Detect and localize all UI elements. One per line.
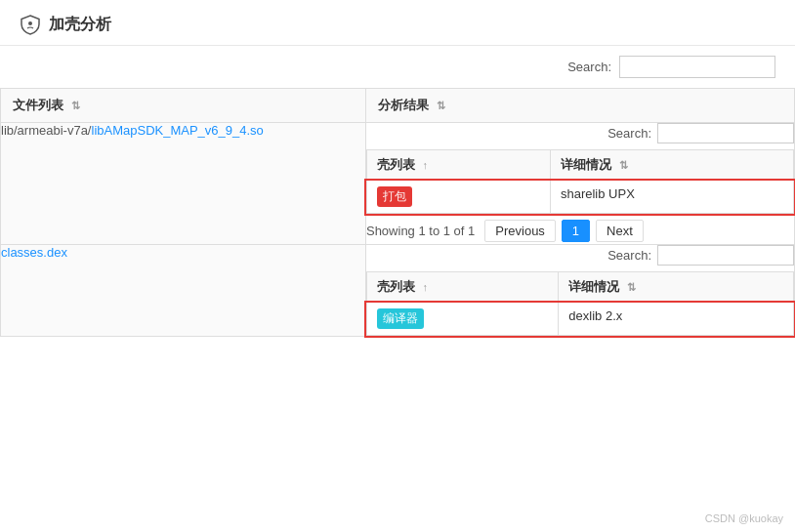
sub-col2-0: 详细情况 ⇅ bbox=[550, 150, 793, 181]
badge-cell-0-0: 打包 bbox=[366, 181, 550, 214]
inner-search-label-1: Search: bbox=[607, 248, 651, 263]
table-row-0: lib/armeabi-v7a/libAMapSDK_MAP_v6_9_4.so… bbox=[1, 123, 795, 245]
page-title: 加壳分析 bbox=[49, 15, 111, 35]
sub-col1-0: 壳列表 ↑ bbox=[366, 150, 550, 181]
sub-table-row-0-0: 打包sharelib UPX bbox=[366, 181, 793, 214]
inner-search-row-0: Search: bbox=[366, 123, 794, 143]
page-info-0: Showing 1 to 1 of 1 bbox=[366, 224, 475, 238]
watermark: CSDN @kuokay bbox=[705, 512, 783, 524]
inner-search-input-1[interactable] bbox=[657, 245, 794, 266]
sub-sort-icon1-1[interactable]: ↑ bbox=[423, 281, 429, 293]
sub-sort-icon2-1[interactable]: ⇅ bbox=[627, 281, 636, 294]
inner-search-label-0: Search: bbox=[607, 126, 651, 141]
global-search-label: Search: bbox=[567, 60, 611, 74]
analysis-cell-1: Search:壳列表 ↑详细情况 ⇅编译器dexlib 2.x bbox=[365, 245, 794, 337]
pagination-0: Showing 1 to 1 of 1Previous1Next bbox=[366, 214, 794, 244]
file-list-sort-icon[interactable]: ⇅ bbox=[71, 100, 80, 112]
sub-sort-icon2-0[interactable]: ⇅ bbox=[619, 159, 628, 172]
page-btn-0[interactable]: 1 bbox=[562, 220, 590, 242]
svg-point-0 bbox=[28, 21, 32, 25]
file-link-1[interactable]: classes.dex bbox=[1, 245, 67, 260]
file-path-highlight-1: classes.dex bbox=[1, 245, 67, 260]
badge-1-0: 编译器 bbox=[377, 308, 424, 329]
sub-table-row-1-0: 编译器dexlib 2.x bbox=[366, 303, 793, 336]
detail-cell-1-0: dexlib 2.x bbox=[559, 303, 794, 336]
file-cell-1: classes.dex bbox=[1, 245, 366, 337]
badge-0-0: 打包 bbox=[377, 186, 412, 207]
sub-table-0: 壳列表 ↑详细情况 ⇅打包sharelib UPX bbox=[366, 149, 794, 214]
file-link-0[interactable]: lib/armeabi-v7a/libAMapSDK_MAP_v6_9_4.so bbox=[1, 123, 264, 138]
prev-btn-0[interactable]: Previous bbox=[484, 220, 556, 242]
sub-table-header-0: 壳列表 ↑详细情况 ⇅ bbox=[366, 150, 793, 181]
col-analysis-result: 分析结果 ⇅ bbox=[365, 89, 794, 123]
sub-table-header-1: 壳列表 ↑详细情况 ⇅ bbox=[366, 272, 793, 303]
file-path-highlight-0: libAMapSDK_MAP_v6_9_4.so bbox=[92, 123, 264, 138]
file-path-prefix-0: lib/armeabi-v7a/ bbox=[1, 123, 92, 138]
global-search-row: Search: bbox=[0, 46, 795, 88]
sub-sort-icon1-0[interactable]: ↑ bbox=[423, 159, 429, 171]
page-container: 加壳分析 Search: 文件列表 ⇅ 分析结果 ⇅ lib/armeabi-v… bbox=[0, 0, 795, 532]
main-table: 文件列表 ⇅ 分析结果 ⇅ lib/armeabi-v7a/libAMapSDK… bbox=[0, 88, 795, 337]
sub-col1-1: 壳列表 ↑ bbox=[366, 272, 558, 303]
inner-search-row-1: Search: bbox=[366, 245, 794, 266]
detail-cell-0-0: sharelib UPX bbox=[550, 181, 793, 214]
sub-col2-1: 详细情况 ⇅ bbox=[559, 272, 794, 303]
page-header: 加壳分析 bbox=[0, 0, 795, 46]
inner-search-input-0[interactable] bbox=[657, 123, 794, 143]
global-search-input[interactable] bbox=[619, 56, 775, 78]
shield-icon bbox=[20, 14, 41, 35]
col-file-list: 文件列表 ⇅ bbox=[1, 89, 366, 123]
table-row-1: classes.dexSearch:壳列表 ↑详细情况 ⇅编译器dexlib 2… bbox=[1, 245, 795, 337]
sub-table-1: 壳列表 ↑详细情况 ⇅编译器dexlib 2.x bbox=[366, 271, 794, 336]
analysis-sort-icon[interactable]: ⇅ bbox=[437, 100, 445, 112]
badge-cell-1-0: 编译器 bbox=[366, 303, 558, 336]
file-cell-0: lib/armeabi-v7a/libAMapSDK_MAP_v6_9_4.so bbox=[1, 123, 366, 245]
next-btn-0[interactable]: Next bbox=[596, 220, 644, 242]
analysis-cell-0: Search:壳列表 ↑详细情况 ⇅打包sharelib UPXShowing … bbox=[365, 123, 794, 245]
